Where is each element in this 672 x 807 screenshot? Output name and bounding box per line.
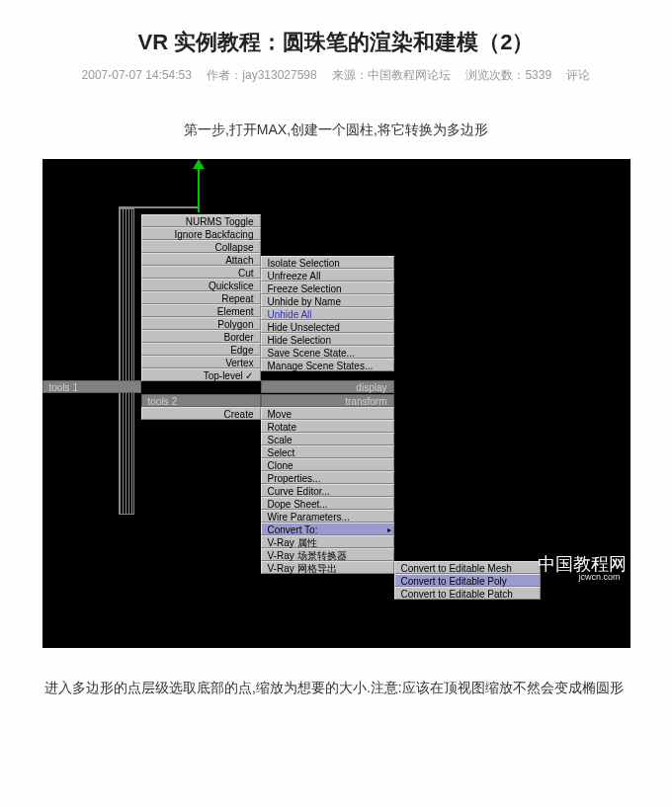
menu-properties[interactable]: Properties... — [261, 471, 394, 484]
transform-header: transform — [261, 394, 394, 407]
menu-convert-editable-poly[interactable]: Convert to Editable Poly — [394, 574, 541, 587]
menu-element[interactable]: Element — [141, 304, 261, 317]
menu-convert-to[interactable]: Convert To: — [261, 523, 394, 535]
meta-comments[interactable]: 评论 — [566, 68, 590, 82]
menu-clone[interactable]: Clone — [261, 458, 394, 471]
menu-unfreeze-all[interactable]: Unfreeze All — [261, 269, 394, 282]
menu-quickslice[interactable]: Quickslice — [141, 279, 261, 291]
menu-nurms-toggle[interactable]: NURMS Toggle — [141, 214, 261, 227]
tools-2-section: tools 2 Create — [141, 394, 261, 420]
menu-vray-mesh-export[interactable]: V-Ray 网格导出 — [261, 561, 394, 574]
menu-curve-editor[interactable]: Curve Editor... — [261, 484, 394, 497]
menu-border[interactable]: Border — [141, 330, 261, 343]
menu-freeze-selection[interactable]: Freeze Selection — [261, 282, 394, 294]
menu-scale[interactable]: Scale — [261, 433, 394, 445]
context-menu-convert: Convert to Editable Mesh Convert to Edit… — [394, 561, 541, 600]
menu-unhide-by-name[interactable]: Unhide by Name — [261, 294, 394, 307]
meta-author: 作者：jay313027598 — [207, 68, 316, 82]
menu-polygon[interactable]: Polygon — [141, 317, 261, 330]
menu-move[interactable]: Move — [261, 407, 394, 420]
menu-rotate[interactable]: Rotate — [261, 420, 394, 433]
menu-edge[interactable]: Edge — [141, 343, 261, 356]
menu-manage-scene-states[interactable]: Manage Scene States... — [261, 359, 394, 371]
tools-1-section: tools 1 — [42, 380, 141, 393]
context-menu-edit: NURMS Toggle Ignore Backfacing Collapse … — [141, 214, 261, 381]
menu-wire-parameters[interactable]: Wire Parameters... — [261, 510, 394, 523]
step-one-text: 第一步,打开MAX,创建一个圆柱,将它转换为多边形 — [0, 121, 672, 139]
menu-ignore-backfacing[interactable]: Ignore Backfacing — [141, 227, 261, 240]
y-axis-arrow-icon — [198, 161, 200, 212]
menu-hide-unselected[interactable]: Hide Unselected — [261, 320, 394, 333]
menu-save-scene-state[interactable]: Save Scene State... — [261, 346, 394, 359]
menu-collapse[interactable]: Collapse — [141, 240, 261, 253]
meta-datetime: 2007-07-07 14:54:53 — [82, 68, 192, 82]
menu-hide-selection[interactable]: Hide Selection — [261, 333, 394, 346]
menu-vray-properties[interactable]: V-Ray 属性 — [261, 535, 394, 548]
display-section: display — [261, 380, 394, 393]
menu-convert-editable-patch[interactable]: Convert to Editable Patch — [394, 587, 541, 600]
page-title: VR 实例教程：圆珠笔的渲染和建模（2） — [0, 28, 672, 57]
menu-create[interactable]: Create — [141, 407, 261, 420]
tools-2-header: tools 2 — [141, 394, 261, 407]
step-two-text: 进入多边形的点层级选取底部的点,缩放为想要的大小.注意:应该在顶视图缩放不然会变… — [44, 676, 628, 700]
menu-select[interactable]: Select — [261, 445, 394, 458]
menu-vray-scene-converter[interactable]: V-Ray 场景转换器 — [261, 548, 394, 561]
menu-convert-editable-mesh[interactable]: Convert to Editable Mesh — [394, 561, 541, 574]
menu-unhide-all[interactable]: Unhide All — [261, 307, 394, 320]
menu-repeat[interactable]: Repeat — [141, 291, 261, 304]
meta-source: 来源：中国教程网论坛 — [332, 68, 451, 82]
menu-cut[interactable]: Cut — [141, 266, 261, 279]
menu-vertex[interactable]: Vertex — [141, 356, 261, 368]
cylinder-geometry — [119, 208, 134, 515]
display-header: display — [261, 380, 394, 393]
tools-1-header: tools 1 — [42, 380, 141, 393]
menu-isolate-selection[interactable]: Isolate Selection — [261, 256, 394, 269]
context-menu-transform: transform Move Rotate Scale Select Clone… — [261, 394, 394, 574]
max-screenshot: NURMS Toggle Ignore Backfacing Collapse … — [42, 159, 630, 648]
menu-attach[interactable]: Attach — [141, 253, 261, 266]
meta-views: 浏览次数：5339 — [465, 68, 551, 82]
context-menu-display: Isolate Selection Unfreeze All Freeze Se… — [261, 256, 394, 371]
menu-top-level[interactable]: Top-level ✓ — [141, 368, 261, 381]
watermark-url: jcwcn.com — [578, 572, 620, 582]
meta-row: 2007-07-07 14:54:53 作者：jay313027598 来源：中… — [0, 67, 672, 84]
menu-dope-sheet[interactable]: Dope Sheet... — [261, 497, 394, 510]
